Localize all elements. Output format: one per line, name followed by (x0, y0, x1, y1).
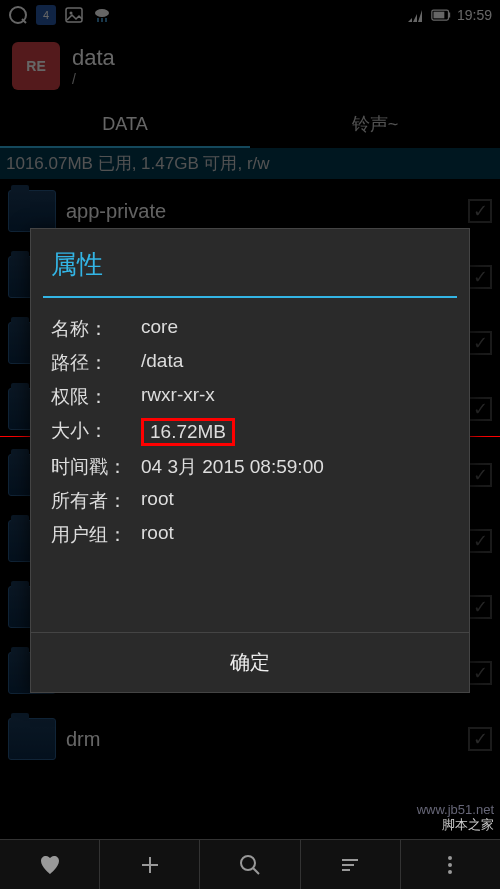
size-highlight: 16.72MB (141, 418, 235, 446)
prop-group-label: 用户组： (51, 522, 141, 548)
svg-point-20 (448, 870, 452, 874)
favorite-button[interactable] (0, 840, 100, 889)
add-button[interactable] (100, 840, 200, 889)
prop-size-value: 16.72MB (141, 418, 449, 446)
prop-perm-value: rwxr-xr-x (141, 384, 449, 410)
svg-point-19 (448, 863, 452, 867)
prop-path-value: /data (141, 350, 449, 376)
svg-point-18 (448, 856, 452, 860)
bottom-toolbar (0, 839, 500, 889)
prop-time-value: 04 3月 2015 08:59:00 (141, 454, 449, 480)
watermark-url: www.jb51.net (417, 802, 494, 818)
prop-group-value: root (141, 522, 449, 548)
svg-line-14 (253, 868, 259, 874)
dialog-body: 名称： core 路径： /data 权限： rwxr-xr-x 大小： 16.… (31, 298, 469, 632)
sort-button[interactable] (301, 840, 401, 889)
search-button[interactable] (200, 840, 300, 889)
ok-button[interactable]: 确定 (31, 632, 469, 692)
prop-owner-label: 所有者： (51, 488, 141, 514)
svg-point-13 (241, 856, 255, 870)
prop-path-label: 路径： (51, 350, 141, 376)
prop-name-value: core (141, 316, 449, 342)
prop-perm-label: 权限： (51, 384, 141, 410)
prop-owner-value: root (141, 488, 449, 514)
dialog-title: 属性 (31, 229, 469, 296)
prop-time-label: 时间戳： (51, 454, 141, 480)
prop-size-label: 大小： (51, 418, 141, 446)
watermark: www.jb51.net 脚本之家 (417, 802, 494, 833)
more-button[interactable] (401, 840, 500, 889)
properties-dialog: 属性 名称： core 路径： /data 权限： rwxr-xr-x 大小： … (30, 228, 470, 693)
watermark-text: 脚本之家 (417, 817, 494, 833)
prop-name-label: 名称： (51, 316, 141, 342)
